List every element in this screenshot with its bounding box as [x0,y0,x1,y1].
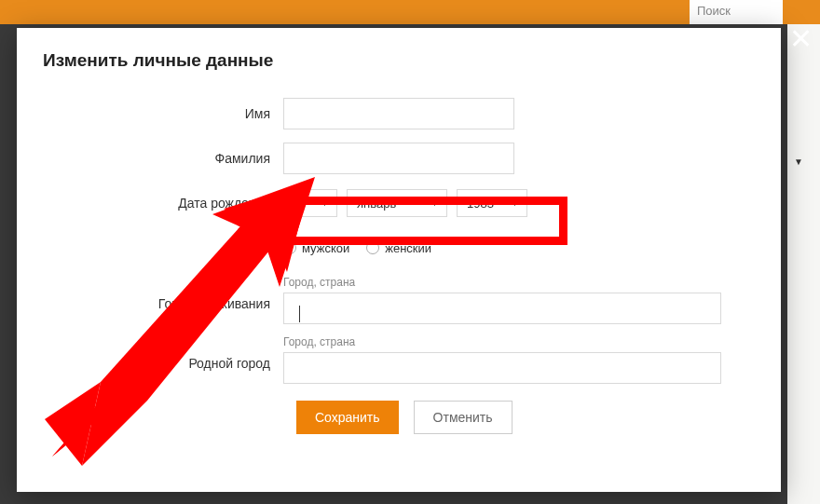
chevron-down-icon: ▼ [511,198,519,208]
text-cursor [299,306,300,322]
gender-female-radio[interactable]: женский [366,241,431,255]
birth-month-select[interactable]: январь ▼ [347,189,447,217]
residence-input[interactable] [283,293,721,324]
right-panel-stub [787,24,820,504]
label-first-name: Имя [43,106,283,121]
label-residence: Город проживания [43,276,283,311]
radio-dot-icon [283,241,296,254]
gender-male-label: мужской [302,241,349,255]
residence-sublabel: Город, страна [283,276,755,289]
gender-male-radio[interactable]: мужской [283,241,349,255]
chevron-down-icon: ▼ [321,198,329,208]
save-button[interactable]: Сохранить [296,401,399,434]
label-birth-date: Дата рождения [43,196,283,211]
first-name-input[interactable] [283,98,514,129]
birth-day-value: 1 [294,197,300,211]
radio-dot-icon [366,241,379,254]
chevron-down-icon: ▼ [794,157,803,167]
gender-female-label: женский [385,241,431,255]
hometown-sublabel: Город, страна [283,335,755,348]
label-gender: Пол [43,240,283,255]
label-last-name: Фамилия [43,151,283,166]
cancel-button[interactable]: Отменить [414,401,512,434]
close-icon[interactable]: ✕ [789,22,813,55]
profile-form: Имя Фамилия Дата рождения 1 ▼ январ [17,78,781,434]
birth-year-value: 1983 [467,197,494,211]
birth-day-select[interactable]: 1 ▼ [283,189,337,217]
top-navbar: Поиск [0,0,820,24]
chevron-down-icon: ▼ [430,198,439,208]
birth-month-value: январь [357,197,396,211]
label-hometown: Родной город [43,335,283,371]
last-name-input[interactable] [283,143,514,174]
modal-title: Изменить личные данные [17,50,781,78]
search-input-stub[interactable]: Поиск [690,0,783,24]
hometown-input[interactable] [283,352,721,384]
birth-year-select[interactable]: 1983 ▼ [457,189,527,217]
edit-profile-modal: ✕ Изменить личные данные Имя Фамилия Дат… [17,28,781,492]
